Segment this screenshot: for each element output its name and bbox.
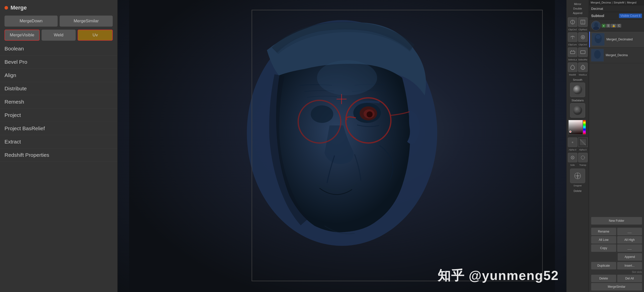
smooth-btn[interactable] — [570, 83, 585, 97]
new-folder-btn[interactable]: New Folder — [591, 217, 642, 225]
toggle-lock-btn[interactable]: 🔒 — [611, 24, 616, 28]
toggle-color-btn[interactable]: C — [617, 24, 621, 28]
svg-marker-37 — [577, 177, 578, 178]
append-row: Append — [591, 253, 642, 261]
clipcircl2-btn[interactable] — [578, 32, 588, 42]
clipcircl-btn[interactable] — [568, 17, 577, 27]
smooth-label: Smooth — [573, 78, 582, 81]
subtool-thumb-merged-decima2 — [591, 49, 604, 61]
delete-row: Delete Del All — [591, 275, 642, 282]
align-menu-item[interactable]: Align — [0, 69, 117, 82]
projectbasrelief-menu-item[interactable]: Project BasRelief — [0, 122, 117, 135]
extract-menu-item[interactable]: Extract — [0, 135, 117, 149]
divider-1 — [591, 226, 642, 226]
sole-row — [568, 153, 588, 162]
slots-row: Slot slots — [591, 271, 642, 273]
rename-extra-btn[interactable]: ___ — [617, 228, 642, 235]
remesh-menu-item[interactable]: Remesh — [0, 95, 117, 109]
uv-button[interactable]: Uv — [78, 30, 113, 41]
duplicate-btn[interactable]: Duplicate — [591, 262, 616, 269]
all-high-btn[interactable]: All High — [617, 236, 642, 244]
top-label-merged-decima[interactable]: Merged_Decima — [591, 1, 611, 4]
maskb-btn[interactable] — [568, 62, 577, 72]
all-low-btn[interactable]: All Low — [591, 236, 616, 244]
section-title: Merge — [11, 5, 27, 11]
rename-btn[interactable]: Rename — [591, 228, 616, 235]
delete-btn[interactable]: Delete — [591, 275, 616, 282]
clip-labels-1: ClipCircl ClipRect — [568, 28, 588, 31]
top-label-simplem[interactable]: SimpleM — [614, 1, 624, 4]
selectla-btn[interactable] — [568, 47, 577, 57]
maskla-btn[interactable] — [578, 62, 588, 72]
select-row — [568, 47, 588, 57]
boolean-menu-item[interactable]: Boolean — [0, 42, 117, 55]
stadalaris-label: Stadalaris — [572, 99, 584, 102]
svg-point-36 — [577, 175, 579, 177]
mergesimilar-button[interactable]: MergeSimilar — [60, 16, 113, 27]
watermark: 知乎 @yunmeng52 — [438, 267, 559, 284]
decimate-header: Decimat — [589, 5, 644, 12]
center-viewport[interactable]: 知乎 @yunmeng52 — [118, 0, 566, 292]
del-all-btn[interactable]: Del All — [617, 275, 642, 282]
right-tools-panel: Mirror Double Append ClipCircl ClipRect … — [566, 0, 589, 292]
subtool-name-merged-decima2: Merged_Decima — [606, 53, 628, 57]
transp-label: Transp — [578, 164, 588, 166]
redshiftprops-menu-item[interactable]: Redshift Properties — [0, 149, 117, 162]
subtool-thumb-merged-decimated — [592, 33, 604, 46]
copy-extra-btn[interactable]: ___ — [617, 244, 642, 252]
subtool-actions: New Folder Rename ___ All Low All High C… — [589, 215, 644, 292]
viewport-background: 知乎 @yunmeng52 — [118, 0, 566, 292]
maskla-label: MaskLa — [578, 74, 588, 76]
color-picker[interactable] — [568, 120, 587, 134]
subtool-item-merged-decimated[interactable]: Merged_Decimated — [589, 32, 644, 47]
selectre-btn[interactable] — [578, 47, 588, 57]
project-menu-item[interactable]: Project — [0, 109, 117, 122]
sole-btn[interactable] — [568, 153, 577, 162]
copy-btn[interactable]: Copy — [591, 244, 616, 252]
mask-labels: MaskB MaskLa — [568, 74, 588, 76]
transp-btn[interactable] — [578, 153, 588, 162]
mergesimilar-action-btn[interactable]: MergeSimilar — [591, 283, 642, 290]
subtool-spacer — [589, 63, 644, 215]
selectla-label: SelectLa — [568, 58, 577, 61]
alpha0-btn[interactable]: α — [568, 137, 577, 147]
toggle-buttons: ● S 🔒 C — [602, 24, 642, 28]
mirror-label: Mirror — [574, 3, 581, 6]
top-label-separator1: | — [612, 1, 613, 4]
subtool-item-merged-decima2[interactable]: Merged_Decima — [589, 47, 644, 63]
top-label-merged[interactable]: Merged — [627, 1, 636, 4]
alpha0-label: Alpha 0 — [568, 149, 577, 151]
clipcurv-btn[interactable] — [568, 32, 577, 42]
svg-point-45 — [594, 50, 601, 59]
subtool-name-merged-decimated: Merged_Decimated — [606, 38, 633, 41]
slots-label: Slot slots — [632, 271, 642, 273]
alpha0b-btn[interactable] — [578, 137, 588, 147]
decimate-title: Decimat — [591, 7, 603, 11]
button-row-1: MergeDown MergeSimilar — [0, 14, 117, 28]
3d-head-svg — [118, 0, 566, 292]
select-labels: SelectLa SelectRe — [568, 58, 588, 61]
toggle-visible-btn[interactable]: ● — [602, 24, 606, 28]
svg-point-32 — [581, 156, 585, 159]
alpha0b-label: Alpha 0 — [578, 149, 588, 151]
copy-append-row: Copy ___ — [591, 244, 642, 252]
mergevisible-button[interactable]: MergeVisible — [5, 30, 40, 41]
rename-row: Rename ___ — [591, 228, 642, 235]
append-btn[interactable]: Append — [618, 253, 642, 261]
dragnet-btn[interactable] — [570, 169, 585, 183]
double-label: Double — [573, 7, 582, 10]
clipcurv-label: ClipCurv — [568, 43, 577, 46]
mergedown-button[interactable]: MergeDown — [5, 16, 58, 27]
insert-btn[interactable]: Insert... — [617, 262, 642, 269]
bevelpro-menu-item[interactable]: Bevel Pro — [0, 55, 117, 69]
cliprect-btn[interactable] — [578, 17, 588, 27]
weld-button[interactable]: Weld — [42, 30, 76, 41]
clip-labels-2: ClipCurv ClipCircl — [568, 43, 588, 46]
toggle-solo-btn[interactable]: S — [606, 24, 610, 28]
svg-point-43 — [596, 35, 601, 39]
stadalaris-btn[interactable] — [570, 103, 585, 118]
svg-point-6 — [311, 105, 333, 123]
maskb-label: MaskB — [568, 74, 577, 76]
distribute-menu-item[interactable]: Distribute — [0, 82, 117, 95]
dragnet-label: Dragnet — [574, 184, 582, 187]
